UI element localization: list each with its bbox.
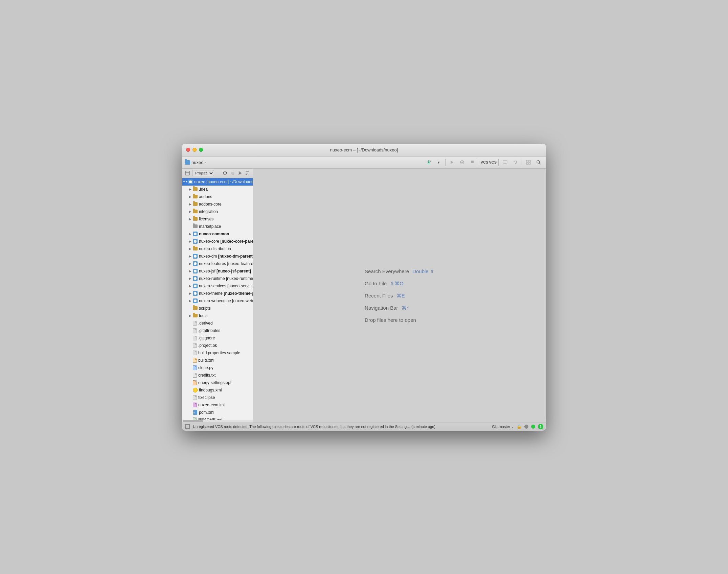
tools-label: tools	[199, 313, 207, 318]
vcs-label-1: VCS	[481, 160, 488, 164]
hint-recent-text: Recent Files	[365, 293, 394, 298]
nuxeo-dm-chevron: ▶	[188, 254, 192, 258]
monitor-button[interactable]	[500, 158, 510, 166]
tree-item-licenses[interactable]: ▶ licenses	[182, 215, 253, 223]
nuxeo-theme-module	[193, 291, 198, 296]
toolbar: nuxeo › 01 ▼	[182, 157, 546, 169]
tree-item-credits[interactable]: credits.txt	[182, 372, 253, 379]
projectok-icon	[193, 343, 197, 348]
search-toolbar-button[interactable]	[534, 158, 543, 166]
tree-item-nuxeo-dm[interactable]: ▶ nuxeo-dm [nuxeo-dm-parent]	[182, 253, 253, 260]
tree-item-nuxeo-services[interactable]: ▶ nuxeo-services [nuxeo-services-pare	[182, 282, 253, 290]
hint-recent-shortcut: ⌘E	[396, 293, 405, 299]
svg-point-4	[461, 162, 463, 163]
sidebar-header: Project	[182, 169, 253, 178]
build-xml-icon	[193, 358, 197, 363]
status-indicator-gray	[524, 425, 528, 429]
nuxeo-features-chevron: ▶	[188, 262, 192, 266]
tree-item-build-xml[interactable]: build.xml	[182, 357, 253, 364]
tree-item-derived[interactable]: .derived	[182, 319, 253, 327]
tree-item-enerjy[interactable]: enerjy-settings.epf	[182, 379, 253, 386]
marketplace-folder	[193, 224, 198, 228]
grid-button[interactable]	[524, 158, 533, 166]
tree-item-readme[interactable]: README.md	[182, 416, 253, 420]
tree-item-gitattributes[interactable]: .gitattributes	[182, 327, 253, 334]
close-button[interactable]	[186, 148, 190, 152]
tree-item-nuxeo-jsf[interactable]: ▶ nuxeo-jsf [nuxeo-jsf-parent]	[182, 267, 253, 275]
svg-rect-12	[526, 163, 528, 164]
download-button[interactable]: 01	[424, 158, 433, 166]
tree-root[interactable]: ▼ nuxeo [nuxeo-ecm] ~/Downloads/nuxeo	[182, 178, 253, 186]
tree-item-idea[interactable]: ▶ .idea	[182, 186, 253, 193]
editor-hints: Search Everywhere Double ⇧ Go to File ⇧⌘…	[365, 268, 434, 323]
debug-button[interactable]	[457, 158, 467, 166]
tree-item-nuxeo-features[interactable]: ▶ nuxeo-features [nuxeo-features-pare	[182, 260, 253, 267]
notification-badge[interactable]: 1	[538, 424, 543, 429]
git-branch-indicator[interactable]: Git: master ⌄	[492, 425, 514, 429]
derived-label: .derived	[198, 321, 213, 326]
tree-item-pom-xml[interactable]: m pom.xml	[182, 409, 253, 416]
svg-marker-2	[451, 161, 453, 164]
main-content: Project	[182, 169, 546, 423]
maximize-button[interactable]	[199, 148, 203, 152]
statusbar-message: Unregistered VCS roots detected: The fol…	[193, 425, 489, 429]
tree-item-nuxeo-core[interactable]: ▶ nuxeo-core [nuxeo-core-parent]	[182, 238, 253, 245]
toolbar-buttons: 01 ▼	[424, 158, 543, 166]
breadcrumb-text[interactable]: nuxeo	[191, 160, 203, 165]
scripts-folder	[193, 306, 198, 310]
nuxeo-theme-label: nuxeo-theme [nuxeo-theme-parent]	[199, 291, 253, 296]
tree-item-nuxeo-theme[interactable]: ▶ nuxeo-theme [nuxeo-theme-parent]	[182, 290, 253, 297]
nuxeo-features-label: nuxeo-features [nuxeo-features-pare	[199, 261, 253, 266]
svg-rect-16	[185, 171, 189, 175]
sync-icon[interactable]	[222, 170, 228, 176]
breadcrumb-area: nuxeo ›	[185, 160, 423, 165]
stop-button[interactable]	[468, 158, 477, 166]
undo-button[interactable]	[510, 158, 520, 166]
tree-item-addons[interactable]: ▶ addons	[182, 193, 253, 200]
tree-item-nuxeo-webengine[interactable]: ▶ nuxeo-webengine [nuxeo-webengine-	[182, 297, 253, 305]
hint-search-text: Search Everywhere	[365, 268, 410, 274]
tree-item-integration[interactable]: ▶ integration	[182, 208, 253, 215]
tree-item-nuxeo-distribution[interactable]: ▶ nuxeo-distribution	[182, 245, 253, 253]
scrollbar-thumb[interactable]	[183, 420, 203, 422]
pom-label: pom.xml	[199, 410, 214, 415]
settings-icon[interactable]	[237, 170, 243, 176]
collapse-icon[interactable]	[230, 170, 235, 176]
build-properties-icon	[193, 351, 197, 355]
svg-rect-6	[503, 161, 507, 163]
tree-item-marketplace[interactable]: marketplace	[182, 223, 253, 230]
project-tree[interactable]: ▼ nuxeo [nuxeo-ecm] ~/Downloads/nuxeo ▶ …	[182, 178, 253, 420]
lock-icon[interactable]: 🔒	[517, 424, 522, 429]
tree-item-addons-core[interactable]: ▶ addons-core	[182, 200, 253, 208]
tree-item-gitignore[interactable]: .gitignore	[182, 334, 253, 342]
clone-py-label: clone.py	[198, 365, 213, 370]
minimize-button[interactable]	[192, 148, 197, 152]
addons-core-chevron: ▶	[188, 202, 192, 206]
tree-item-findbugs[interactable]: findbugs.xml	[182, 386, 253, 394]
run-button[interactable]	[447, 158, 457, 166]
tree-item-build-properties[interactable]: build.properties.sample	[182, 349, 253, 357]
dropdown-button[interactable]: ▼	[434, 158, 443, 166]
tree-item-clone-py[interactable]: clone.py	[182, 364, 253, 372]
addons-core-label: addons-core	[199, 202, 222, 207]
nuxeo-webengine-module	[193, 298, 198, 303]
tree-item-nuxeo-common[interactable]: ▶ nuxeo-common	[182, 230, 253, 238]
root-module-icon	[188, 180, 193, 184]
tree-item-projectok[interactable]: .project.ok	[182, 342, 253, 349]
tree-item-nuxeo-runtime[interactable]: ▶ nuxeo-runtime [nuxeo-runtime-paren	[182, 275, 253, 282]
nuxeo-jsf-label: nuxeo-jsf [nuxeo-jsf-parent]	[199, 269, 251, 273]
tree-item-scripts[interactable]: scripts	[182, 305, 253, 312]
project-dropdown[interactable]: Project	[192, 170, 214, 176]
tree-item-fixeclipse[interactable]: fixeclipse	[182, 394, 253, 401]
horizontal-scrollbar[interactable]	[182, 420, 253, 423]
separator-1	[445, 159, 446, 166]
addons-folder	[193, 195, 198, 198]
nuxeo-services-module	[193, 284, 198, 288]
sort-icon[interactable]	[245, 170, 250, 176]
svg-rect-5	[471, 161, 474, 163]
tree-item-tools[interactable]: ▶ tools	[182, 312, 253, 319]
statusbar: Unregistered VCS roots detected: The fol…	[182, 423, 546, 431]
idea-folder	[193, 187, 198, 191]
tree-item-nuxeo-ecm-iml[interactable]: nuxeo-ecm.iml	[182, 401, 253, 409]
nuxeo-dm-module	[193, 254, 198, 259]
